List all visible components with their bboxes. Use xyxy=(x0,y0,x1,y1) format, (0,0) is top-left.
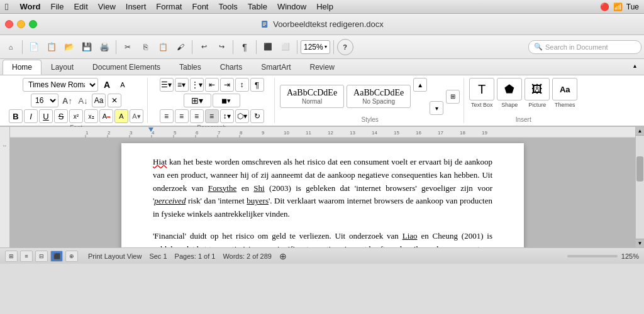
menu-font[interactable]: Font xyxy=(187,1,213,13)
scroll-thumb[interactable] xyxy=(636,156,643,181)
styles-more[interactable]: ⊞ xyxy=(446,90,460,104)
style-normal[interactable]: AaBbCcDdEe Normal xyxy=(280,85,344,108)
status-icon-4[interactable]: ⬛ xyxy=(50,251,63,262)
subscript-button[interactable]: x₂ xyxy=(84,109,98,123)
copy-button[interactable]: ⎘ xyxy=(137,39,153,55)
ruler-left: ↕ xyxy=(0,127,10,247)
tab-smartart[interactable]: SmartArt xyxy=(252,60,300,75)
shape-button[interactable]: ⬟ xyxy=(497,78,522,100)
menu-view[interactable]: View xyxy=(93,1,121,13)
templates-button[interactable]: 📋 xyxy=(43,39,60,55)
status-icon-3[interactable]: ⊟ xyxy=(35,251,48,262)
align-justify[interactable]: ≡ xyxy=(205,109,219,123)
themes-item: Aa Themes xyxy=(552,78,577,108)
tab-document-elements[interactable]: Document Elements xyxy=(83,60,170,75)
tab-layout[interactable]: Layout xyxy=(42,60,83,75)
doc-scroll-area[interactable]: Hiat kan het beste worden omschreven als… xyxy=(10,138,635,247)
outdent-button[interactable]: ⇤ xyxy=(205,78,219,92)
undo-button[interactable]: ↩ xyxy=(196,39,212,55)
sep-6 xyxy=(297,40,297,54)
highlight-button[interactable]: A xyxy=(114,109,128,123)
view-toggle[interactable]: ⬛ xyxy=(260,39,276,55)
close-button[interactable] xyxy=(5,20,13,28)
font-shrink[interactable]: A↓ xyxy=(76,94,90,107)
bold-button[interactable]: B xyxy=(9,109,23,123)
strikethrough-button[interactable]: S xyxy=(54,109,68,123)
sort-button[interactable]: ↕ xyxy=(235,78,249,92)
help-circle-button[interactable]: ? xyxy=(337,39,353,55)
status-icon-1[interactable]: ⊞ xyxy=(5,251,18,262)
font-color-button[interactable]: A▬ xyxy=(99,109,113,123)
themes-button[interactable]: Aa xyxy=(552,78,577,100)
svg-text:13: 13 xyxy=(350,130,355,136)
tab-review[interactable]: Review xyxy=(300,60,343,75)
style-nospacing[interactable]: AaBbCcDdEe No Spacing xyxy=(347,85,411,108)
styles-scroll-up[interactable]: ▲ xyxy=(413,78,427,92)
zoom-slider[interactable] xyxy=(567,255,618,257)
ribbon-collapse[interactable]: ▴ xyxy=(628,58,641,72)
paste-button[interactable]: 📋 xyxy=(155,39,171,55)
redo-button[interactable]: ↪ xyxy=(213,39,230,55)
align-left[interactable]: ≡ xyxy=(160,109,174,123)
minimize-button[interactable] xyxy=(17,20,25,28)
scroll-up-button[interactable]: ▲ xyxy=(636,127,644,136)
menu-table[interactable]: Table xyxy=(243,1,272,13)
numbering-button[interactable]: ≡▾ xyxy=(175,78,189,92)
menu-tools[interactable]: Tools xyxy=(213,1,242,13)
picture-button[interactable]: 🖼 xyxy=(525,78,550,100)
font-size-decrease[interactable]: A xyxy=(100,78,114,92)
menu-file[interactable]: File xyxy=(45,1,69,13)
view-toggle2[interactable]: ⬜ xyxy=(277,39,294,55)
format-painter[interactable]: 🖌 xyxy=(172,39,189,55)
multilevel-button[interactable]: ⋮▾ xyxy=(190,78,204,92)
change-case[interactable]: Aa xyxy=(92,94,106,107)
maximize-button[interactable] xyxy=(29,20,37,28)
zoom-control[interactable]: 125% ▾ xyxy=(301,40,330,54)
ribbon-collapse-button[interactable]: ▴ xyxy=(628,58,641,72)
font-size-select[interactable]: 16 xyxy=(31,94,58,107)
styles-scroll-down[interactable]: ▾ xyxy=(430,101,443,115)
superscript-button[interactable]: x² xyxy=(69,109,83,123)
open-button[interactable]: 📂 xyxy=(61,39,77,55)
line-spacing[interactable]: ↕▾ xyxy=(220,109,234,123)
indent-button[interactable]: ⇥ xyxy=(220,78,234,92)
scroll-down-button[interactable]: ▼ xyxy=(636,239,644,247)
font-size-increase[interactable]: A xyxy=(116,78,130,92)
save-button[interactable]: 💾 xyxy=(79,39,95,55)
bullets-button[interactable]: ☰▾ xyxy=(160,78,174,92)
para-spacing[interactable]: ⬡▾ xyxy=(235,109,249,123)
search-box[interactable]: 🔍 Search in Document xyxy=(528,40,641,54)
italic-button[interactable]: I xyxy=(24,109,38,123)
status-icon-5[interactable]: ⊕ xyxy=(65,251,78,262)
zoom-dropdown-icon[interactable]: ▾ xyxy=(325,44,327,50)
text-direction[interactable]: ↻ xyxy=(250,109,264,123)
font-grow[interactable]: A↑ xyxy=(60,94,74,107)
menu-help[interactable]: Help xyxy=(311,1,338,13)
status-icon-2[interactable]: ≡ xyxy=(20,251,33,262)
menu-edit[interactable]: Edit xyxy=(69,1,92,13)
pilcrow-btn[interactable]: ¶ xyxy=(250,78,264,92)
new-doc-button[interactable]: 📄 xyxy=(26,39,42,55)
menu-word[interactable]: Word xyxy=(14,1,45,13)
underline-button[interactable]: U xyxy=(39,109,53,123)
align-center[interactable]: ≡ xyxy=(175,109,189,123)
tab-charts[interactable]: Charts xyxy=(211,60,252,75)
tab-home[interactable]: Home xyxy=(3,60,42,75)
clear-format[interactable]: ✕ xyxy=(108,94,121,107)
shading-button[interactable]: ◼▾ xyxy=(213,94,240,107)
cut-button[interactable]: ✂ xyxy=(119,39,136,55)
scrollbar-vertical[interactable]: ▲ ▼ xyxy=(635,127,644,247)
align-right[interactable]: ≡ xyxy=(190,109,204,123)
menu-format[interactable]: Format xyxy=(151,1,187,13)
menu-insert[interactable]: Insert xyxy=(121,1,152,13)
text-box-button[interactable]: T xyxy=(469,78,494,100)
home-button[interactable]: ⌂ xyxy=(3,39,19,55)
tab-tables[interactable]: Tables xyxy=(170,60,211,75)
pilcrow-button[interactable]: ¶ xyxy=(236,39,253,55)
menu-window[interactable]: Window xyxy=(272,1,311,13)
font-effect-button[interactable]: A▾ xyxy=(130,109,143,123)
print-button[interactable]: 🖨️ xyxy=(96,39,113,55)
apple-menu[interactable]:  xyxy=(5,1,8,12)
borders-button[interactable]: ⊞▾ xyxy=(184,94,211,107)
font-name-select[interactable]: Times New Roman xyxy=(23,78,98,92)
